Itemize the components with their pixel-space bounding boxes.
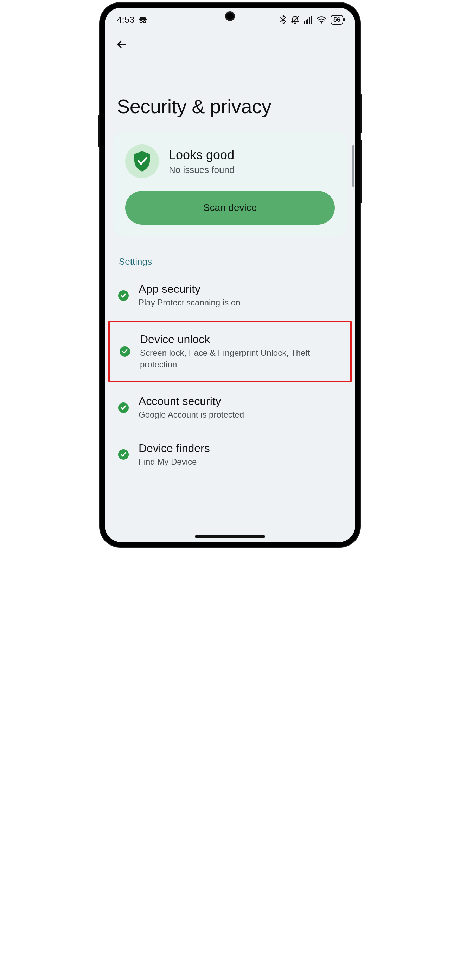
setting-desc: Google Account is protected — [138, 409, 244, 420]
app-bar — [105, 27, 355, 53]
svg-rect-7 — [309, 17, 310, 24]
svg-point-1 — [140, 21, 142, 23]
bluetooth-icon — [280, 15, 286, 24]
nav-pill[interactable] — [195, 535, 265, 538]
setting-item-app-security[interactable]: App securityPlay Protect scanning is on — [108, 272, 352, 319]
setting-title: App security — [138, 283, 240, 296]
setting-title: Device unlock — [140, 333, 341, 346]
svg-rect-0 — [138, 19, 147, 20]
side-button — [360, 94, 362, 133]
setting-desc: Find My Device — [138, 456, 210, 468]
shield-check-icon — [125, 145, 159, 178]
screen: 4:53 — [105, 8, 355, 542]
scroll-indicator[interactable] — [352, 145, 355, 187]
side-button — [98, 115, 100, 147]
back-button[interactable] — [113, 36, 130, 53]
status-time: 4:53 — [117, 14, 135, 25]
arrow-back-icon — [116, 38, 128, 50]
security-status-card: Looks good No issues found Scan device — [113, 132, 347, 237]
signal-icon — [304, 16, 312, 24]
section-label-settings: Settings — [105, 237, 355, 270]
phone-frame: 4:53 — [100, 3, 360, 547]
setting-title: Device finders — [138, 442, 210, 455]
vibrate-icon — [290, 15, 300, 24]
svg-rect-8 — [311, 16, 312, 24]
side-button — [360, 140, 362, 203]
check-circle-icon — [119, 346, 130, 357]
incognito-icon — [138, 16, 147, 23]
status-heading: Looks good — [169, 148, 234, 162]
check-circle-icon — [118, 449, 129, 460]
setting-desc: Screen lock, Face & Fingerprint Unlock, … — [140, 347, 341, 370]
setting-title: Account security — [138, 395, 244, 408]
status-sub: No issues found — [169, 164, 234, 175]
setting-item-device-unlock[interactable]: Device unlockScreen lock, Face & Fingerp… — [110, 322, 350, 381]
setting-desc: Play Protect scanning is on — [138, 297, 240, 308]
setting-item-device-finders[interactable]: Device findersFind My Device — [108, 431, 352, 478]
settings-list: App securityPlay Protect scanning is onD… — [105, 270, 355, 478]
svg-rect-4 — [304, 21, 305, 24]
wifi-icon — [317, 16, 326, 24]
check-circle-icon — [118, 290, 129, 301]
svg-rect-5 — [306, 20, 307, 24]
setting-item-account-security[interactable]: Account securityGoogle Account is protec… — [108, 384, 352, 431]
svg-rect-6 — [307, 19, 309, 24]
battery-indicator: 56 — [331, 15, 343, 25]
front-camera — [225, 11, 235, 21]
svg-point-9 — [321, 22, 322, 24]
svg-point-2 — [143, 21, 145, 23]
highlight-annotation: Device unlockScreen lock, Face & Fingerp… — [108, 321, 352, 382]
battery-level: 56 — [333, 16, 341, 24]
check-circle-icon — [118, 402, 129, 413]
scan-device-button[interactable]: Scan device — [125, 191, 335, 224]
page-title: Security & privacy — [105, 53, 355, 132]
